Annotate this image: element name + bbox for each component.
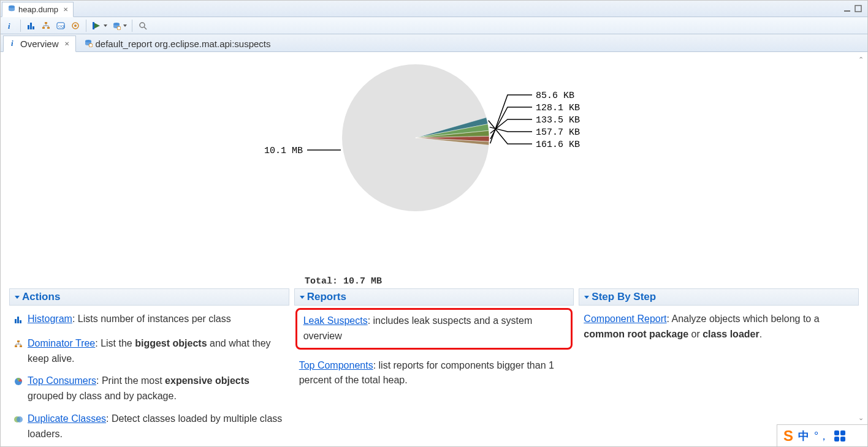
- action-histogram: Histogram: Lists number of instances per…: [14, 312, 284, 329]
- top-components-link[interactable]: Top Components: [299, 360, 373, 370]
- svg-rect-31: [20, 320, 21, 323]
- svg-text:i: i: [11, 39, 13, 47]
- histogram-icon[interactable]: [26, 20, 37, 31]
- reports-header[interactable]: Reports: [294, 288, 574, 306]
- editor-tab-label: heap.dump: [18, 5, 58, 14]
- histogram-icon: [14, 314, 24, 329]
- action-text: : Lists number of instances per class: [72, 314, 231, 324]
- action-top-consumers: Top Consumers: Print the most expensive …: [14, 374, 284, 404]
- svg-point-37: [17, 416, 23, 423]
- dominator-tree-icon: [14, 338, 24, 353]
- histogram-link[interactable]: Histogram: [28, 314, 72, 324]
- svg-rect-9: [47, 27, 50, 29]
- subtab-strip: i Overview ✕ default_report org.eclipse.…: [1, 34, 867, 52]
- tab-label: default_report org.eclipse.mat.api:suspe…: [96, 39, 271, 49]
- minimize-icon[interactable]: [843, 4, 851, 13]
- chevron-down-icon: [104, 24, 107, 27]
- collapse-icon: [15, 296, 20, 299]
- dominator-tree-icon[interactable]: [40, 20, 51, 31]
- tab-overview[interactable]: i Overview ✕: [3, 36, 76, 52]
- collapse-icon: [300, 296, 305, 299]
- search-icon[interactable]: [137, 20, 148, 31]
- svg-rect-14: [93, 22, 94, 29]
- ime-punctuation[interactable]: °，: [814, 429, 829, 443]
- action-dominator-tree: Dominator Tree: List the biggest objects…: [14, 336, 284, 367]
- svg-rect-8: [42, 27, 45, 29]
- separator: [132, 20, 132, 32]
- editor-tab-strip: heap.dump ✕: [1, 1, 867, 17]
- window-controls: [843, 1, 867, 17]
- tab-default-report[interactable]: default_report org.eclipse.mat.api:suspe…: [77, 36, 278, 52]
- svg-point-17: [140, 23, 145, 28]
- editor-window: heap.dump ✕ i OQL i Overview ✕: [0, 0, 868, 447]
- dominator-tree-link[interactable]: Dominator Tree: [28, 338, 95, 348]
- svg-line-18: [144, 27, 147, 29]
- maximize-icon[interactable]: [854, 4, 862, 13]
- svg-point-13: [74, 24, 77, 27]
- leak-suspects-link[interactable]: Leak Suspects: [303, 315, 368, 326]
- svg-text:161.6 KB: 161.6 KB: [536, 140, 580, 150]
- ime-lang[interactable]: 中: [798, 429, 809, 443]
- sogou-logo-icon: S: [783, 427, 793, 445]
- separator: [86, 20, 86, 32]
- svg-rect-2: [855, 6, 861, 12]
- heap-dump-icon: [7, 4, 16, 15]
- scroll-down-arrow: ⌄: [856, 414, 865, 422]
- run-icon: [91, 20, 102, 31]
- svg-rect-7: [45, 22, 47, 24]
- svg-rect-6: [32, 26, 34, 29]
- svg-text:i: i: [8, 21, 10, 30]
- svg-text:128.1 KB: 128.1 KB: [536, 103, 580, 113]
- panel-title: Actions: [22, 291, 60, 303]
- ime-keyboard-icon[interactable]: [834, 430, 845, 441]
- step-header[interactable]: Step By Step: [579, 288, 859, 306]
- duplicate-classes-link[interactable]: Duplicate Classes: [28, 413, 106, 424]
- info-icon: i: [10, 39, 17, 49]
- chart-total-label: Total: 10.7 MB: [305, 276, 382, 287]
- panel-title: Step By Step: [592, 291, 656, 303]
- chevron-down-icon: [123, 24, 127, 27]
- leak-suspects-highlight: Leak Suspects: includes leak suspects an…: [295, 308, 573, 350]
- svg-text:10.1 MB: 10.1 MB: [264, 146, 303, 156]
- svg-rect-32: [17, 340, 20, 342]
- run-report-dropdown[interactable]: [91, 20, 107, 31]
- top-consumers-link[interactable]: Top Consumers: [28, 375, 96, 386]
- close-icon[interactable]: ✕: [61, 6, 68, 13]
- separator: [20, 20, 21, 32]
- action-duplicate-classes: Duplicate Classes: Detect classes loaded…: [14, 411, 284, 442]
- oql-icon[interactable]: OQL: [55, 20, 66, 31]
- editor-tab-heap-dump[interactable]: heap.dump ✕: [2, 2, 74, 17]
- panels-row: Actions Histogram: Lists number of insta…: [9, 288, 859, 446]
- thread-icon[interactable]: [70, 20, 81, 31]
- svg-rect-29: [15, 319, 17, 323]
- content-scroll[interactable]: ⌃ 85.6 KB128.1 KB133.5 KB157.7 KB161.6 K…: [1, 52, 867, 446]
- query-dropdown[interactable]: [111, 20, 127, 31]
- pie-chart: 85.6 KB128.1 KB133.5 KB157.7 KB161.6 KB1…: [9, 52, 859, 285]
- panel-title: Reports: [307, 291, 346, 303]
- actions-header[interactable]: Actions: [9, 288, 289, 306]
- svg-text:OQL: OQL: [58, 24, 65, 28]
- component-report-link[interactable]: Component Report: [584, 314, 666, 324]
- svg-text:133.5 KB: 133.5 KB: [536, 115, 580, 126]
- report-top-components: Top Components: list reports for compone…: [299, 358, 569, 389]
- report-icon: [84, 39, 93, 49]
- svg-point-16: [117, 26, 121, 30]
- svg-rect-4: [28, 25, 29, 29]
- step-component-report: Component Report: Analyze objects which …: [584, 312, 854, 342]
- svg-point-21: [89, 43, 93, 47]
- info-icon[interactable]: i: [4, 20, 15, 31]
- svg-rect-1: [844, 10, 850, 12]
- actions-panel: Actions Histogram: Lists number of insta…: [9, 288, 289, 446]
- svg-rect-34: [20, 345, 22, 347]
- step-panel: Step By Step Component Report: Analyze o…: [579, 288, 859, 446]
- svg-rect-30: [17, 317, 19, 323]
- close-icon[interactable]: ✕: [62, 40, 69, 47]
- tab-label: Overview: [20, 39, 59, 49]
- svg-text:157.7 KB: 157.7 KB: [536, 127, 580, 138]
- collapse-icon: [584, 296, 589, 299]
- svg-rect-5: [30, 23, 32, 29]
- reports-panel: Reports Leak Suspects: includes leak sus…: [294, 288, 574, 446]
- mat-toolbar: i OQL: [1, 17, 867, 34]
- duplicate-icon: [14, 413, 24, 429]
- ime-dock[interactable]: S 中 °，: [777, 424, 867, 446]
